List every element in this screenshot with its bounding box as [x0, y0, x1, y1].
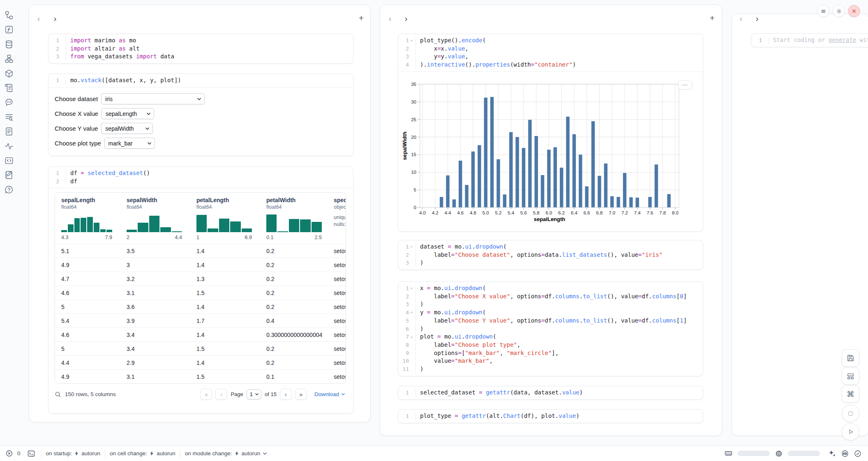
code-line[interactable]: 10 value="mark_bar",: [398, 357, 703, 365]
dropdown-1[interactable]: sepalLength: [102, 108, 154, 119]
generate-with-ai-link[interactable]: generate: [829, 37, 856, 43]
column-next-button[interactable]: ›: [753, 14, 762, 23]
first-page-button[interactable]: «: [200, 389, 212, 400]
menu-button[interactable]: [817, 5, 829, 17]
code-line[interactable]: 3from vega_datasets import data: [48, 53, 353, 61]
sidebar-item-variable-explorer[interactable]: [5, 113, 14, 122]
code-editor[interactable]: 1x = mo.ui.dropdown(2 label="Choose X va…: [398, 282, 703, 376]
keyboard-shortcuts-button[interactable]: ⌘: [842, 385, 859, 403]
cell-selected-dataset[interactable]: 1selected_dataset = getattr(data, datase…: [398, 386, 703, 400]
sidebar-item-documentation[interactable]: [5, 127, 14, 136]
copilot-button[interactable]: [841, 450, 849, 457]
code-line[interactable]: 6): [398, 325, 703, 333]
shutdown-button[interactable]: [848, 5, 860, 17]
code-line[interactable]: 1plot_type = getattr(alt.Chart(df), plot…: [398, 412, 703, 420]
code-editor[interactable]: 1df = selected_dataset()2df: [48, 167, 353, 188]
cell-xy-plot-dropdowns[interactable]: 1x = mo.ui.dropdown(2 label="Choose X va…: [398, 281, 703, 376]
code-line[interactable]: 1selected_dataset = getattr(data, datase…: [398, 389, 703, 397]
code-line[interactable]: 1plot_type().encode(: [398, 37, 703, 45]
prev-page-button[interactable]: ‹: [215, 389, 227, 400]
fold-chevron-icon[interactable]: [410, 245, 413, 249]
code-line[interactable]: 1import marimo as mo: [48, 37, 353, 45]
on-startup-setting[interactable]: on startup: autorun: [46, 450, 101, 456]
fold-chevron-icon[interactable]: [410, 335, 413, 339]
column-next-button[interactable]: ›: [51, 14, 60, 23]
code-line[interactable]: 7plot = mo.ui.dropdown(: [398, 333, 703, 341]
code-line[interactable]: 8 label="Choose plot type",: [398, 341, 703, 349]
code-editor[interactable]: 1import marimo as mo2import altair as al…: [48, 34, 353, 63]
code-editor[interactable]: 1plot_type = getattr(alt.Chart(df), plot…: [398, 410, 703, 423]
code-line[interactable]: 2 label="Choose dataset", options=data.l…: [398, 251, 703, 259]
sidebar-item-dependencies[interactable]: [5, 54, 14, 63]
code-line[interactable]: 9 options=["mark_bar", "mark_circle"],: [398, 349, 703, 357]
add-cell-button[interactable]: +: [707, 13, 717, 23]
column-prev-button[interactable]: ‹: [736, 14, 746, 23]
fold-chevron-icon[interactable]: [410, 311, 413, 314]
column-next-button[interactable]: ›: [402, 14, 411, 23]
dropdown-2[interactable]: sepalWidth: [101, 123, 153, 134]
dropdown-0[interactable]: iris: [101, 93, 205, 104]
code-editor[interactable]: 1plot_type().encode(2 x=x.value,3 y=y.va…: [398, 34, 703, 71]
sidebar-item-datasources[interactable]: [5, 40, 14, 49]
column-name[interactable]: sepalLength: [61, 197, 120, 203]
layout-toggle-button[interactable]: [842, 367, 859, 385]
connection-status-button[interactable]: [854, 450, 861, 457]
fold-chevron-icon[interactable]: [410, 39, 413, 42]
code-line[interactable]: 4).interactive().properties(width="conta…: [398, 61, 703, 69]
sidebar-item-tracing[interactable]: [5, 142, 14, 151]
code-line[interactable]: 2df: [48, 177, 353, 186]
code-editor[interactable]: 1selected_dataset = getattr(data, datase…: [398, 386, 703, 399]
code-line[interactable]: 1x = mo.ui.dropdown(: [398, 284, 703, 293]
next-page-button[interactable]: ›: [280, 389, 292, 400]
code-line[interactable]: 2import altair as alt: [48, 45, 353, 53]
cell-imports[interactable]: 1import marimo as mo2import altair as al…: [48, 34, 353, 64]
terminal-button[interactable]: [28, 450, 35, 457]
search-icon[interactable]: [55, 391, 61, 398]
cell-plot[interactable]: 1plot_type().encode(2 x=x.value,3 y=y.va…: [398, 34, 703, 232]
cell-vstack[interactable]: 1mo.vstack([dataset, x, y, plot]) Choose…: [48, 74, 353, 156]
code-editor[interactable]: 1dataset = mo.ui.dropdown(2 label="Choos…: [398, 240, 703, 270]
code-line[interactable]: 3 y=y.value,: [398, 53, 703, 61]
sidebar-item-scratchpad[interactable]: [5, 171, 14, 180]
code-line[interactable]: 1mo.vstack([dataset, x, y, plot]): [48, 76, 353, 85]
sidebar-item-snippets[interactable]: [5, 156, 14, 165]
sidebar-item-packages[interactable]: [5, 69, 14, 78]
settings-button[interactable]: [833, 5, 845, 17]
cell-dataframe[interactable]: 1df = selected_dataset()2df sepalLengthf…: [48, 166, 353, 414]
page-select[interactable]: 1: [247, 390, 261, 399]
code-line[interactable]: 1dataset = mo.ui.dropdown(: [398, 243, 703, 251]
cell-empty[interactable]: 1 Start coding or generate with: [751, 33, 868, 47]
code-line[interactable]: 4y = mo.ui.dropdown(: [398, 309, 703, 317]
sidebar-item-help[interactable]: [5, 185, 14, 194]
code-line[interactable]: 2 label="Choose X value", options=df.col…: [398, 293, 703, 301]
cell-dataset-dropdown[interactable]: 1dataset = mo.ui.dropdown(2 label="Choos…: [398, 240, 703, 270]
dropdown-3[interactable]: mark_bar: [104, 138, 155, 149]
stop-button[interactable]: [842, 405, 859, 422]
last-page-button[interactable]: »: [295, 389, 307, 400]
sidebar-item-ai-chat[interactable]: [5, 98, 14, 107]
fold-chevron-icon[interactable]: [410, 286, 413, 290]
sidebar-item-logs[interactable]: [5, 83, 14, 92]
code-editor[interactable]: 1 Start coding or generate with: [751, 34, 868, 47]
run-button[interactable]: [842, 423, 859, 440]
column-prev-button[interactable]: ‹: [386, 14, 395, 23]
add-cell-button[interactable]: +: [356, 13, 366, 23]
column-name[interactable]: petalWidth: [266, 197, 330, 203]
cell-plot-type[interactable]: 1plot_type = getattr(alt.Chart(df), plot…: [398, 409, 703, 423]
column-name[interactable]: speci: [334, 197, 346, 203]
code-editor[interactable]: 1mo.vstack([dataset, x, y, plot]): [48, 74, 353, 87]
code-line[interactable]: 2 x=x.value,: [398, 45, 703, 53]
chart-actions-button[interactable]: ⋯: [678, 80, 692, 90]
on-cell-change-setting[interactable]: on cell change: autorun: [110, 450, 175, 456]
sidebar-item-functions[interactable]: [5, 25, 14, 34]
column-name[interactable]: petalLength: [196, 197, 260, 203]
code-line[interactable]: 1df = selected_dataset(): [48, 169, 353, 177]
save-button[interactable]: [842, 349, 859, 366]
code-line[interactable]: 3): [398, 300, 703, 309]
column-name[interactable]: sepalWidth: [127, 197, 190, 203]
code-line[interactable]: 5 label="Choose Y value", options=df.col…: [398, 317, 703, 325]
sidebar-item-file-explorer[interactable]: [5, 11, 14, 20]
code-line[interactable]: 11): [398, 365, 703, 373]
errors-indicator[interactable]: [6, 450, 13, 457]
on-module-change-setting[interactable]: on module change: autorun: [185, 450, 268, 456]
